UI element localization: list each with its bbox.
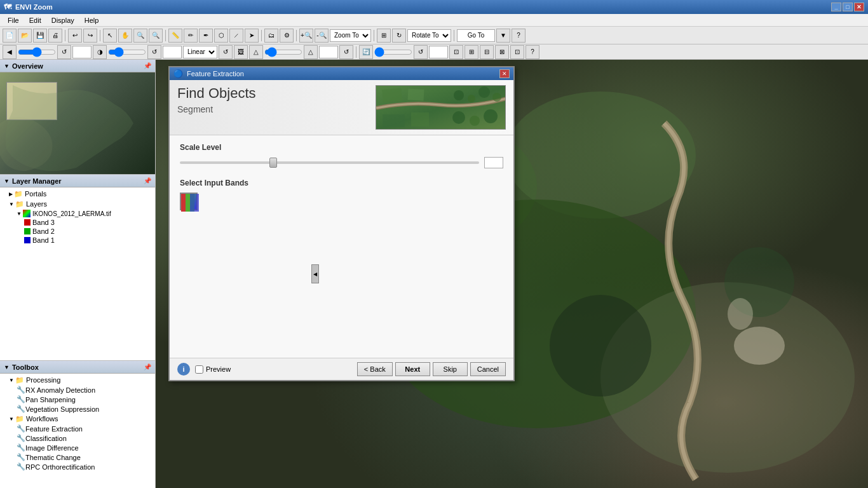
brightness-refresh[interactable]: ↺	[147, 45, 161, 59]
stretch-type-select[interactable]: Linear	[183, 46, 217, 58]
shape-tool[interactable]: ⬡	[214, 29, 228, 43]
line-tool[interactable]: ⟋	[229, 29, 243, 43]
maximize-button[interactable]: □	[843, 3, 853, 11]
layer-pin-icon[interactable]: 📌	[144, 177, 151, 184]
redo-button[interactable]: ↪	[83, 29, 97, 43]
preview-checkbox[interactable]	[195, 365, 203, 374]
help2-button[interactable]: ?	[526, 45, 539, 59]
back-button[interactable]: < Back	[357, 362, 393, 376]
map-area[interactable]: 🔵 Feature Extraction ✕ Find Objects Segm…	[156, 60, 868, 488]
band3-item[interactable]: Band 3	[1, 218, 154, 227]
info-icon[interactable]: i	[177, 363, 190, 376]
annotate-tool[interactable]: ✏	[184, 29, 198, 43]
overview-content	[0, 72, 155, 174]
pan-tool[interactable]: ✋	[118, 29, 132, 43]
extra4[interactable]: ⊡	[510, 45, 524, 59]
rx-anomaly-item[interactable]: 🔧 RX Anomaly Detection	[1, 385, 154, 395]
band1-item[interactable]: Band 1	[1, 236, 154, 245]
measure-tool[interactable]: 📏	[168, 29, 182, 43]
stretch-apply[interactable]: ↺	[219, 45, 233, 59]
pin-icon[interactable]: 📌	[144, 62, 151, 69]
workflows-item[interactable]: ▼ Workflows	[1, 414, 154, 424]
menu-edit[interactable]: Edit	[24, 15, 46, 25]
layers-item[interactable]: ▼ Layers	[1, 199, 154, 209]
stretch-refresh[interactable]: ↺	[57, 45, 71, 59]
veg-icon: 🔧	[17, 405, 25, 413]
rotation-slider[interactable]	[374, 47, 412, 57]
separator4	[261, 30, 262, 41]
rotate-icon[interactable]: ↻	[392, 29, 406, 43]
close-button[interactable]: ✕	[854, 3, 864, 11]
file-item[interactable]: ▼ IKONOS_2012_LAERMA.tif	[1, 209, 154, 218]
rotate-to-select[interactable]: Rotate To	[407, 29, 451, 42]
extra2[interactable]: ⊟	[480, 45, 494, 59]
menu-file[interactable]: File	[3, 15, 24, 25]
svg-point-6	[550, 295, 651, 396]
toolbox-header[interactable]: ▼ Toolbox 📌	[0, 361, 155, 374]
goto-input[interactable]	[457, 29, 495, 42]
draw-tool[interactable]: ✒	[199, 29, 213, 43]
dialog-close-button[interactable]: ✕	[499, 69, 510, 78]
menu-display[interactable]: Display	[46, 15, 79, 25]
goto-button[interactable]: ▼	[496, 29, 510, 43]
layer-tool[interactable]: 🗂	[264, 29, 278, 43]
skip-button[interactable]: Skip	[433, 362, 468, 376]
thematic-change-item[interactable]: 🔧 Thematic Change	[1, 452, 154, 462]
undo-button[interactable]: ↩	[68, 29, 82, 43]
zoom-to-select[interactable]: Zoom To	[330, 29, 371, 42]
pointer-tool[interactable]: ↖	[103, 29, 117, 43]
classification-item[interactable]: 🔧 Classification	[1, 433, 154, 443]
arrow-tool[interactable]: ➤	[245, 29, 259, 43]
brightness-value[interactable]: 20	[163, 46, 182, 58]
svg-rect-13	[408, 88, 424, 100]
zoom-in-button[interactable]: +🔍	[299, 29, 313, 43]
extent-button[interactable]: ⊞	[377, 29, 391, 43]
layers-folder-icon	[15, 200, 24, 208]
save-button[interactable]: 💾	[33, 29, 47, 43]
toolbox-pin-icon[interactable]: 📌	[144, 363, 151, 370]
zoom-out-tool[interactable]: 🔍	[149, 29, 163, 43]
processing-item[interactable]: ▼ Processing	[1, 375, 154, 385]
cancel-button[interactable]: Cancel	[470, 362, 506, 376]
panel-collapse-button[interactable]: ◀	[311, 264, 319, 283]
print-button[interactable]: 🖨	[48, 29, 62, 43]
image-difference-item[interactable]: 🔧 Image Difference	[1, 443, 154, 452]
sharpen-value[interactable]: 10	[319, 46, 338, 58]
veg-suppression-item[interactable]: 🔧 Vegetation Suppression	[1, 404, 154, 414]
extra1[interactable]: ⊞	[465, 45, 478, 59]
minimize-button[interactable]: _	[831, 3, 841, 11]
new-button[interactable]: 📄	[3, 29, 17, 43]
sharpen-refresh[interactable]: ↺	[339, 45, 353, 59]
menu-help[interactable]: Help	[79, 15, 104, 25]
open-button[interactable]: 📂	[18, 29, 32, 43]
sharpen-slider[interactable]	[264, 47, 302, 57]
processing-folder-icon	[15, 376, 24, 384]
dialog-header-left: Find Objects Segment	[177, 85, 376, 130]
zoom-in-tool[interactable]: 🔍	[133, 29, 147, 43]
bands-icon-button[interactable]	[180, 193, 198, 210]
scale-slider-thumb[interactable]	[269, 158, 277, 168]
brightness-slider[interactable]	[108, 47, 146, 57]
feature-extraction-label: Feature Extraction	[25, 425, 83, 433]
rotation-refresh[interactable]: ↺	[414, 45, 428, 59]
overview-header[interactable]: ▼ Overview 📌	[0, 60, 155, 72]
help-button[interactable]: ?	[512, 29, 526, 43]
main-toolbar: 📄 📂 💾 🖨 ↩ ↪ ↖ ✋ 🔍 🔍 📏 ✏ ✒ ⬡ ⟋ ➤ 🗂 ⚙ +🔍 -…	[0, 27, 868, 44]
stretch-slider[interactable]	[18, 47, 56, 57]
scale-value-input[interactable]: 5	[484, 157, 503, 168]
layer-manager-header[interactable]: ▼ Layer Manager 📌	[0, 175, 155, 187]
main-layout: ▼ Overview 📌 ▼ Layer Manager	[0, 60, 868, 488]
settings-tool[interactable]: ⚙	[280, 29, 294, 43]
next-button[interactable]: Next	[395, 362, 430, 376]
extra3[interactable]: ⊠	[495, 45, 509, 59]
rpc-ortho-item[interactable]: 🔧 RPC Orthorectification	[1, 462, 154, 471]
pan-sharpening-item[interactable]: 🔧 Pan Sharpening	[1, 395, 154, 404]
app-title: ENVI Zoom	[15, 3, 53, 11]
nav-back[interactable]: ◀	[3, 45, 17, 59]
band2-item[interactable]: Band 2	[1, 227, 154, 236]
rotation-value[interactable]: 0	[429, 46, 448, 58]
stretch-value[interactable]: 50	[72, 46, 92, 58]
portals-item[interactable]: ▶ Portals	[1, 189, 154, 199]
feature-extraction-item[interactable]: 🔧 Feature Extraction	[1, 424, 154, 433]
zoom-out-button[interactable]: -🔍	[315, 29, 329, 43]
